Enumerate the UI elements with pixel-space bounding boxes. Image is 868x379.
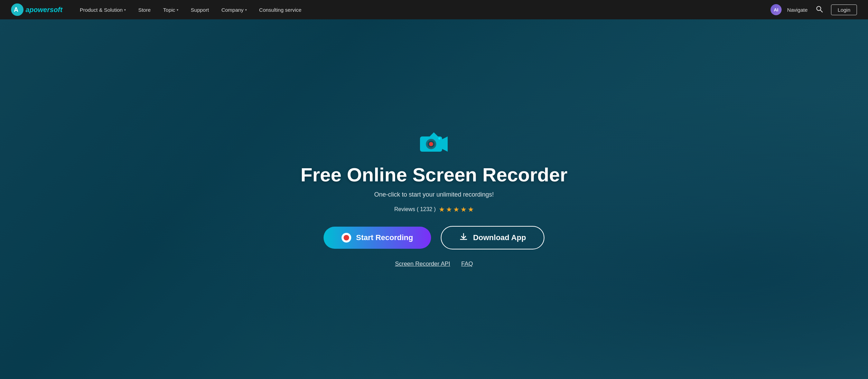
ai-avatar[interactable]: AI: [771, 4, 782, 15]
download-app-button[interactable]: Download App: [441, 226, 544, 249]
nav-items: Product & Solution ▾ Store Topic ▾ Suppo…: [74, 0, 422, 19]
nav-item-product[interactable]: Product & Solution ▾: [74, 0, 132, 19]
svg-line-3: [820, 10, 822, 12]
reviews-label: Reviews ( 1232 ): [394, 206, 436, 212]
star-1: ★: [439, 205, 445, 214]
hero-title: Free Online Screen Recorder: [301, 164, 568, 186]
download-icon: [459, 232, 468, 243]
svg-marker-5: [430, 132, 438, 136]
hero-content: Free Online Screen Recorder One-click to…: [292, 131, 576, 267]
stars: ★ ★ ★ ★ ★: [439, 205, 474, 214]
navbar: A apowersoft Product & Solution ▾ Store …: [0, 0, 868, 19]
record-dot-icon: [342, 233, 351, 243]
hero-icon-row: [301, 131, 568, 156]
login-button[interactable]: Login: [831, 4, 857, 15]
navigate-label[interactable]: Navigate: [787, 7, 808, 13]
hero-section: Free Online Screen Recorder One-click to…: [0, 19, 868, 379]
nav-item-topic[interactable]: Topic ▾: [157, 0, 185, 19]
chevron-down-icon: ▾: [245, 8, 247, 12]
chevron-down-icon: ▾: [124, 8, 126, 12]
logo[interactable]: A apowersoft: [11, 3, 63, 16]
nav-item-support[interactable]: Support: [185, 0, 215, 19]
start-recording-label: Start Recording: [356, 233, 413, 242]
logo-text: apowersoft: [26, 6, 63, 14]
start-recording-button[interactable]: Start Recording: [324, 227, 431, 249]
svg-point-10: [438, 138, 440, 140]
svg-marker-9: [442, 136, 448, 152]
links-row: Screen Recorder API FAQ: [301, 260, 568, 267]
nav-right: AI Navigate Login: [771, 4, 857, 16]
svg-text:A: A: [14, 6, 18, 13]
nav-item-company[interactable]: Company ▾: [215, 0, 253, 19]
star-2: ★: [446, 205, 452, 214]
chevron-down-icon: ▾: [177, 8, 178, 12]
search-icon[interactable]: [813, 4, 825, 16]
screen-recorder-api-link[interactable]: Screen Recorder API: [395, 260, 450, 267]
nav-item-consulting[interactable]: Consulting service: [253, 0, 308, 19]
hero-subtitle: One-click to start your unlimited record…: [301, 191, 568, 198]
buttons-row: Start Recording Download App: [301, 226, 568, 249]
faq-link[interactable]: FAQ: [461, 260, 473, 267]
camera-icon: [419, 131, 449, 156]
nav-item-store[interactable]: Store: [132, 0, 157, 19]
svg-point-8: [429, 142, 433, 146]
star-4: ★: [460, 205, 467, 214]
download-app-label: Download App: [473, 233, 526, 242]
star-5: ★: [468, 205, 474, 214]
reviews-row: Reviews ( 1232 ) ★ ★ ★ ★ ★: [301, 205, 568, 214]
star-3: ★: [453, 205, 459, 214]
